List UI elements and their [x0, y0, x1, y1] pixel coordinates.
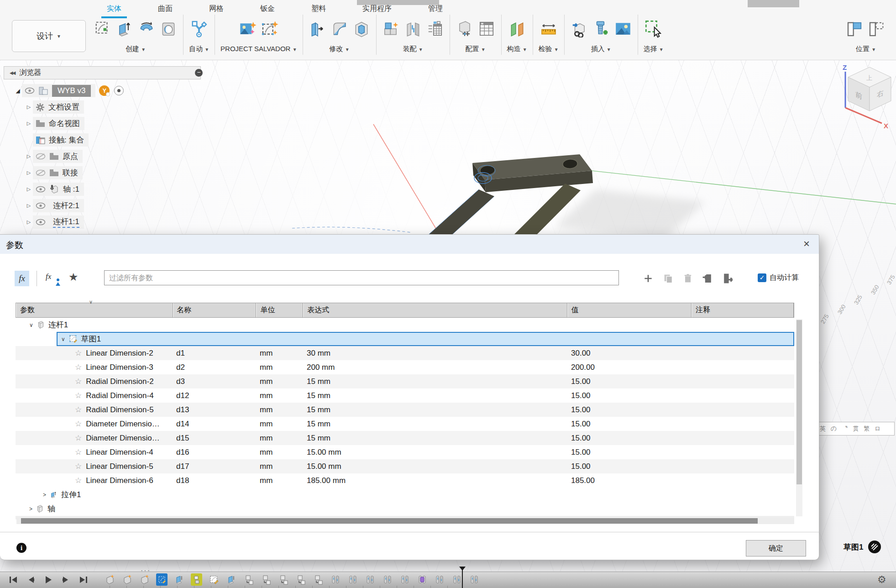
timeline-feature-sketch-icon[interactable] [208, 573, 220, 586]
favorite-star-icon[interactable]: ☆ [75, 348, 82, 358]
ok-button[interactable]: 确定 [746, 540, 806, 556]
group-assemble-label[interactable]: 装配 ▼ [403, 45, 423, 53]
group-construct-label[interactable]: 构造 ▼ [507, 45, 527, 53]
favorite-star-icon[interactable]: ☆ [75, 462, 82, 471]
visibility-eye-off-icon[interactable] [36, 169, 46, 176]
export-csv-icon[interactable] [721, 272, 734, 285]
revolve-icon[interactable] [137, 18, 156, 39]
favorite-star-icon[interactable]: ☆ [75, 419, 82, 429]
expanded-icon[interactable]: ∨ [29, 322, 33, 328]
timeline-feature-joint-icon[interactable] [468, 573, 480, 586]
column-header-6[interactable]: 注释 [692, 303, 794, 317]
param-name[interactable]: d17 [173, 462, 256, 471]
param-row-d17[interactable]: ☆Linear Dimension-5d17mm15.00 mm15.00 [16, 459, 794, 473]
table-header[interactable]: ∨ 参数名称单位表达式值注释 [16, 303, 794, 318]
favorite-star-icon[interactable]: ☆ [75, 391, 82, 400]
param-name[interactable]: d14 [173, 420, 256, 429]
favorite-star-icon[interactable]: ☆ [75, 405, 82, 415]
param-expression[interactable]: 15.00 mm [303, 462, 567, 471]
position-icon-a[interactable] [846, 18, 864, 39]
table-group-row-axle[interactable]: >轴 [16, 502, 794, 516]
table-group-row-sketch-selected[interactable]: ∨草图1 [16, 332, 794, 346]
param-name[interactable]: d15 [173, 434, 256, 443]
caret-expanded-icon[interactable]: ◢ [14, 88, 22, 94]
ai-sketch-icon[interactable] [261, 18, 279, 39]
sketch-marker-icon[interactable] [868, 540, 882, 554]
shell-icon[interactable] [352, 18, 371, 39]
column-header-1[interactable]: 参数 [16, 303, 173, 317]
play-icon[interactable] [43, 574, 54, 585]
hole-icon[interactable] [159, 18, 178, 39]
close-icon[interactable]: × [800, 237, 813, 251]
collapse-panel-icon[interactable]: ◀◀ [10, 70, 15, 75]
param-row-d15[interactable]: ☆Diameter Dimensio…d15mm15 mm15.00 [16, 431, 794, 445]
group-create-label[interactable]: 创建 ▼ [126, 45, 146, 53]
visibility-eye-icon[interactable] [36, 219, 46, 226]
timeline-feature-subcomponent-icon[interactable] [295, 573, 306, 586]
timeline-feature-joint-icon[interactable] [347, 573, 358, 586]
auto-compute-toggle[interactable]: ✓ 自动计算 [758, 273, 799, 283]
browser-item-文档设置[interactable]: ▷文档设置 [4, 100, 259, 114]
position-icon-b[interactable] [868, 18, 886, 39]
config-table-icon[interactable] [477, 18, 496, 39]
ime-toolbar-item[interactable]: ロ [875, 425, 880, 433]
extrude-icon[interactable] [115, 18, 134, 39]
param-name[interactable]: d16 [173, 448, 256, 457]
timeline-feature-component-sparkle-icon[interactable] [121, 573, 133, 586]
automate-icon[interactable] [190, 18, 208, 39]
insert-image-icon[interactable] [614, 18, 632, 39]
timeline-feature-joint-icon[interactable] [451, 573, 462, 586]
bom-icon[interactable] [426, 18, 444, 39]
param-expression[interactable]: 200 mm [303, 363, 567, 372]
param-row-d3[interactable]: ☆Radial Dimension-2d3mm15 mm15.00 [16, 374, 794, 388]
measure-icon[interactable] [540, 18, 558, 39]
group-modify-label[interactable]: 修改 ▼ [329, 45, 349, 53]
user-parameter-button[interactable]: fx [46, 272, 61, 286]
browser-item-label[interactable]: 轴 :1 [63, 184, 79, 194]
browser-item-label[interactable]: 连杆1:1 [53, 216, 79, 228]
browser-item-label[interactable]: WYB v3 [52, 85, 91, 97]
param-row-d14[interactable]: ☆Diameter Dimensio…d14mm15 mm15.00 [16, 417, 794, 431]
timeline-feature-subcomponent-icon[interactable] [260, 573, 272, 586]
scrollbar-thumb[interactable] [796, 320, 802, 484]
design-workspace-dropdown[interactable]: 设计 ▼ [12, 20, 86, 52]
param-expression[interactable]: 15 mm [303, 434, 567, 443]
scrollbar-thumb[interactable] [21, 518, 758, 524]
caret-collapsed-icon[interactable]: ▷ [25, 121, 33, 126]
new-component-icon[interactable] [382, 18, 400, 39]
construction-plane-icon[interactable] [508, 18, 526, 39]
table-group-row-component[interactable]: ∨连杆1 [16, 318, 794, 332]
table-horizontal-scrollbar[interactable] [16, 518, 794, 524]
create-sketch-icon[interactable] [94, 18, 112, 39]
browser-item-原点[interactable]: ▷原点 [4, 150, 259, 163]
param-name[interactable]: d13 [173, 405, 256, 415]
delete-parameter-icon[interactable] [681, 272, 694, 285]
group-select-label[interactable]: 选择 ▼ [644, 45, 664, 53]
timeline-feature-joint-purple-icon[interactable] [416, 573, 428, 586]
browser-item-联接[interactable]: ▷联接 [4, 166, 259, 179]
ime-toolbar-item[interactable]: 繁 [864, 425, 870, 433]
browser-item-label[interactable]: 接触: 集合 [49, 135, 84, 145]
timeline-feature-component-highlight-icon[interactable] [191, 573, 202, 586]
param-expression[interactable]: 185.00 mm [303, 476, 567, 485]
favorite-star-icon[interactable]: ☆ [75, 377, 82, 386]
import-csv-icon[interactable] [701, 272, 714, 285]
timeline-feature-extrude-icon[interactable] [225, 573, 237, 586]
table-vertical-scrollbar[interactable] [796, 319, 802, 516]
parameter-filter-input[interactable] [104, 270, 619, 285]
param-row-d18[interactable]: ☆Linear Dimension-6d18mm185.00 mm185.00 [16, 473, 794, 488]
timeline-feature-component-sparkle-icon[interactable] [104, 573, 115, 586]
browser-item-WYB-v3[interactable]: ◢WYB v3Y [4, 84, 259, 97]
param-row-d16[interactable]: ☆Linear Dimension-4d16mm15.00 mm15.00 [16, 445, 794, 459]
browser-item-轴-1[interactable]: ▷轴 :1 [4, 183, 259, 196]
timeline-feature-subcomponent-icon[interactable] [312, 573, 324, 586]
timeline-settings-gear-icon[interactable]: ⚙ [877, 574, 886, 586]
insert-fastener-icon[interactable] [592, 18, 610, 39]
column-header-3[interactable]: 单位 [256, 303, 303, 317]
add-parameter-icon[interactable] [642, 272, 655, 285]
param-row-d13[interactable]: ☆Radial Dimension-5d13mm15 mm15.00 [16, 403, 794, 417]
browser-item-label[interactable]: 原点 [63, 151, 78, 162]
group-insert-label[interactable]: 插入 ▼ [591, 45, 611, 53]
visibility-eye-off-icon[interactable] [36, 153, 46, 160]
fillet-icon[interactable] [330, 18, 349, 39]
